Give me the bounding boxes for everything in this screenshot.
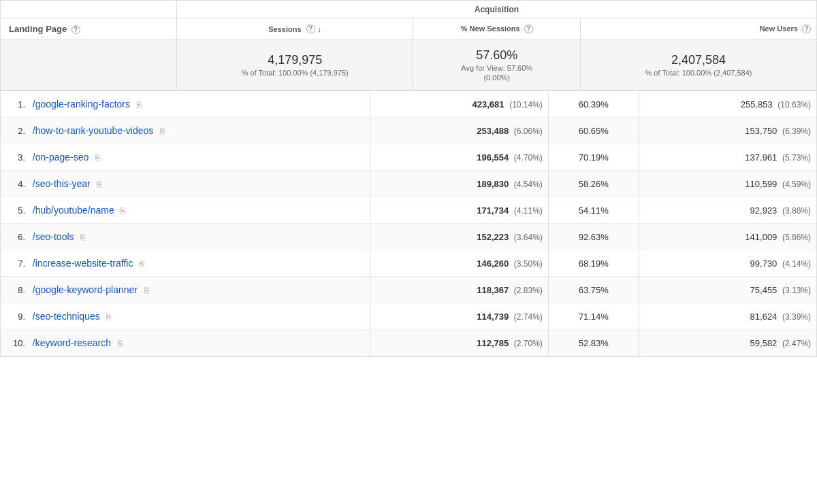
sessions-pct: (2.83%) (514, 286, 543, 295)
summary-new-users-value: 2,407,584 (586, 53, 811, 67)
landing-page-header: Landing Page ? (1, 18, 176, 40)
sessions-value: 146,260 (477, 258, 509, 269)
sessions-label: Sessions (268, 25, 301, 33)
page-link[interactable]: /hub/youtube/name (33, 205, 114, 216)
landing-page-label: Landing Page (9, 24, 67, 34)
sessions-pct: (4.70%) (514, 153, 543, 163)
summary-new-users-sub: % of Total: 100.00% (2,407,584) (586, 69, 811, 77)
sessions-pct: (3.50%) (514, 259, 543, 269)
copy-icon[interactable]: ⎘ (140, 259, 144, 269)
sessions-value: 152,223 (477, 232, 509, 242)
row-number: 3. (9, 152, 25, 163)
new-users-value: 92,923 (750, 205, 778, 216)
pct-new-sessions-help-icon[interactable]: ? (524, 24, 533, 33)
copy-icon[interactable]: ⎘ (121, 206, 125, 216)
pct-new-value: 71.14% (579, 312, 609, 322)
new-users-pct: (10.63%) (778, 100, 811, 110)
summary-sessions-sub: % of Total: 100.00% (4,179,975) (182, 69, 408, 77)
table-row: 2. /how-to-rank-youtube-videos ⎘ 253,488… (1, 118, 816, 144)
new-users-value: 81,624 (750, 312, 778, 322)
copy-icon[interactable]: ⎘ (95, 153, 100, 163)
landing-page-help-icon[interactable]: ? (71, 25, 80, 34)
new-users-value: 141,009 (745, 232, 777, 242)
copy-icon[interactable]: ⎘ (80, 233, 85, 242)
page-link[interactable]: /seo-this-year (33, 178, 91, 189)
new-users-help-icon[interactable]: ? (802, 24, 811, 33)
pct-new-sessions-column-header: % New Sessions ? (413, 18, 580, 40)
new-users-pct: (3.13%) (782, 286, 811, 295)
new-users-value: 110,599 (745, 179, 777, 189)
page-link[interactable]: /keyword-research (33, 337, 111, 348)
table-row: 10. /keyword-research ⎘ 112,785 (2.70%) … (1, 330, 816, 356)
page-link[interactable]: /seo-tools (33, 231, 74, 242)
acquisition-header-label: Acquisition (176, 1, 816, 18)
copy-icon[interactable]: ⎘ (137, 100, 142, 110)
new-users-value: 137,961 (745, 152, 777, 163)
sort-arrow-icon[interactable]: ↓ (318, 25, 322, 33)
sessions-value: 171,734 (477, 205, 509, 216)
page-link[interactable]: /seo-techniques (33, 311, 100, 322)
sessions-value: 196,554 (477, 152, 509, 163)
new-users-value: 255,853 (741, 99, 773, 110)
summary-pct-new-value: 57.60% (419, 48, 574, 63)
new-users-pct: (5.86%) (782, 233, 811, 242)
sessions-help-icon[interactable]: ? (306, 24, 315, 33)
table-row: 8. /google-keyword-planner ⎘ 118,367 (2.… (1, 277, 816, 303)
row-number: 8. (9, 285, 25, 295)
table-row: 1. /google-ranking-factors ⎘ 423,681 (10… (1, 91, 816, 118)
row-number: 10. (9, 338, 25, 348)
table-row: 5. /hub/youtube/name ⎘ 171,734 (4.11%) 5… (1, 197, 816, 224)
sessions-value: 253,488 (477, 126, 509, 136)
page-link[interactable]: /on-page-seo (33, 152, 89, 163)
table-row: 6. /seo-tools ⎘ 152,223 (3.64%) 92.63% 1… (1, 224, 816, 250)
sessions-value: 189,830 (477, 179, 509, 189)
page-link[interactable]: /increase-website-traffic (33, 258, 133, 269)
summary-row: 4,179,975 % of Total: 100.00% (4,179,975… (1, 40, 816, 91)
pct-new-value: 60.65% (579, 126, 609, 136)
copy-icon[interactable]: ⎘ (118, 339, 123, 348)
new-users-column-header: New Users ? (580, 18, 816, 40)
new-users-value: 153,750 (745, 126, 777, 136)
pct-new-value: 52.83% (579, 338, 609, 348)
pct-new-value: 63.75% (579, 285, 609, 295)
new-users-pct: (3.86%) (782, 206, 811, 216)
sessions-value: 423,681 (472, 99, 504, 110)
table-row: 9. /seo-techniques ⎘ 114,739 (2.74%) 71.… (1, 303, 816, 330)
page-link[interactable]: /google-keyword-planner (33, 284, 138, 295)
summary-pct-new-sub2: (0.00%) (419, 73, 574, 82)
row-number: 2. (9, 126, 25, 136)
copy-icon[interactable]: ⎘ (106, 312, 111, 322)
row-number: 1. (9, 99, 25, 110)
new-users-value: 99,730 (750, 258, 778, 269)
copy-icon[interactable]: ⎘ (97, 180, 101, 189)
copy-icon[interactable]: ⎘ (160, 127, 165, 136)
sessions-pct: (2.74%) (514, 312, 543, 322)
row-number: 5. (9, 205, 25, 216)
new-users-value: 75,455 (750, 285, 778, 295)
sessions-value: 118,367 (477, 285, 509, 295)
new-users-pct: (4.14%) (782, 259, 811, 269)
sessions-pct: (4.54%) (514, 180, 543, 189)
new-users-pct: (4.59%) (782, 180, 811, 189)
pct-new-value: 92.63% (579, 232, 609, 242)
sessions-pct: (2.70%) (514, 339, 543, 348)
summary-pct-new-sub1: Avg for View: 57.60% (419, 64, 574, 72)
new-users-pct: (3.39%) (782, 312, 811, 322)
row-number: 4. (9, 179, 25, 189)
pct-new-value: 58.26% (579, 179, 609, 189)
new-users-pct: (5.73%) (782, 153, 811, 163)
copy-icon[interactable]: ⎘ (144, 286, 149, 295)
pct-new-value: 70.19% (579, 152, 609, 163)
row-number: 6. (9, 232, 25, 242)
page-link[interactable]: /google-ranking-factors (33, 99, 130, 110)
table-row: 7. /increase-website-traffic ⎘ 146,260 (… (1, 250, 816, 277)
pct-new-value: 68.19% (579, 258, 609, 269)
new-users-label: New Users (760, 24, 798, 33)
table-row: 4. /seo-this-year ⎘ 189,830 (4.54%) 58.2… (1, 171, 816, 197)
sessions-column-header: Sessions ? ↓ (176, 18, 413, 40)
row-number: 7. (9, 258, 25, 269)
new-users-value: 59,582 (750, 338, 778, 348)
sessions-pct: (10.14%) (509, 100, 543, 110)
page-link[interactable]: /how-to-rank-youtube-videos (33, 125, 153, 136)
sessions-value: 114,739 (477, 312, 509, 322)
